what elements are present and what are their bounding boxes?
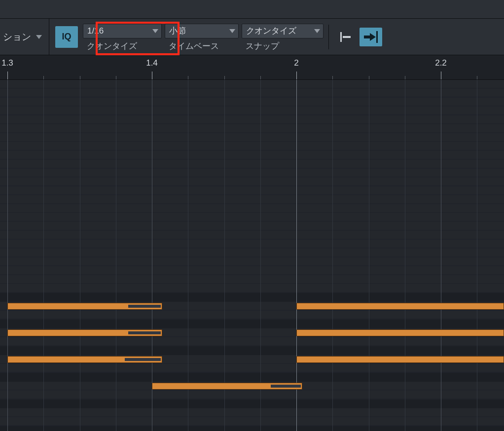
toolbar-separator bbox=[328, 25, 329, 49]
midi-note[interactable] bbox=[152, 383, 302, 390]
grid-dark-row bbox=[0, 293, 504, 302]
snap-group: クオンタイズ スナップ bbox=[242, 23, 324, 51]
snap-end-icon bbox=[364, 31, 378, 43]
snap-start-button[interactable] bbox=[334, 28, 357, 46]
grid-barline bbox=[7, 80, 8, 431]
grid-dark-row bbox=[0, 426, 504, 431]
chevron-down-icon bbox=[152, 29, 158, 33]
window-top-strip bbox=[0, 0, 504, 19]
quantize-dropdown[interactable]: 1/16 bbox=[83, 24, 162, 38]
ruler-label: 2.2 bbox=[435, 58, 447, 68]
timebase-dropdown[interactable]: 小節 bbox=[165, 24, 239, 38]
ruler-tick-major bbox=[152, 72, 152, 79]
grid-barline bbox=[441, 80, 441, 431]
grid-subline bbox=[369, 80, 369, 431]
ruler-tick-minor bbox=[224, 76, 225, 79]
chevron-down-icon bbox=[229, 29, 235, 33]
grid-subline bbox=[116, 80, 116, 431]
midi-note[interactable] bbox=[296, 329, 504, 336]
midi-note[interactable] bbox=[296, 303, 504, 310]
grid-barline bbox=[152, 80, 152, 431]
chevron-down-icon bbox=[36, 35, 42, 39]
grid-dark-row bbox=[0, 373, 504, 382]
ruler-tick-minor bbox=[188, 76, 188, 79]
grid-subline bbox=[332, 80, 333, 431]
timebase-group: 小節 タイムベース bbox=[165, 23, 239, 51]
grid-subline bbox=[188, 80, 188, 431]
ruler-tick-minor bbox=[405, 76, 405, 79]
quantize-value: 1/16 bbox=[87, 26, 104, 36]
ruler-tick-minor bbox=[477, 76, 477, 79]
ruler-label: 2 bbox=[294, 58, 298, 68]
grid-subline bbox=[224, 80, 225, 431]
chevron-down-icon bbox=[314, 29, 320, 33]
iq-label: IQ bbox=[62, 32, 71, 42]
snap-label: スナップ bbox=[242, 40, 324, 51]
midi-note[interactable] bbox=[7, 356, 162, 363]
ruler-tick-minor bbox=[80, 76, 80, 79]
grid-barline bbox=[296, 80, 297, 431]
ruler-tick-minor bbox=[369, 76, 369, 79]
ruler-tick-major bbox=[296, 72, 297, 79]
ruler-tick-minor bbox=[332, 76, 333, 79]
ruler-tick-minor bbox=[43, 76, 44, 79]
section-dropdown[interactable]: ション bbox=[0, 19, 49, 55]
quantize-group: 1/16 クオンタイズ bbox=[83, 23, 162, 51]
grid-dark-row bbox=[0, 320, 504, 328]
ruler-tick-minor bbox=[116, 76, 116, 79]
midi-note[interactable] bbox=[7, 329, 162, 336]
ruler-tick-minor bbox=[260, 76, 261, 79]
midi-note[interactable] bbox=[296, 356, 504, 363]
quantize-label: クオンタイズ bbox=[83, 40, 162, 51]
iq-button[interactable]: IQ bbox=[55, 26, 78, 48]
grid-dark-row bbox=[0, 346, 504, 355]
ruler-label: 1.4 bbox=[146, 58, 158, 68]
toolbar: ション IQ 1/16 クオンタイズ 小節 タイムベース クオンタイズ スナップ bbox=[0, 19, 504, 55]
snap-end-button[interactable] bbox=[360, 28, 382, 46]
ruler-label: 1.3 bbox=[1, 58, 13, 68]
snap-start-icon bbox=[340, 32, 351, 42]
timebase-label: タイムベース bbox=[165, 40, 239, 51]
piano-roll-grid[interactable] bbox=[0, 80, 504, 431]
timebase-value: 小節 bbox=[169, 25, 186, 36]
grid-subline bbox=[260, 80, 261, 431]
grid-subline bbox=[477, 80, 477, 431]
section-dropdown-label: ション bbox=[3, 31, 31, 43]
ruler-tick-major bbox=[7, 72, 8, 79]
ruler-tick-major bbox=[441, 72, 441, 79]
grid-subline bbox=[405, 80, 405, 431]
grid-dark-row bbox=[0, 399, 504, 408]
midi-note[interactable] bbox=[7, 303, 162, 310]
snap-dropdown[interactable]: クオンタイズ bbox=[242, 24, 324, 38]
timeline-ruler[interactable]: 1.31.422.2 bbox=[0, 55, 504, 80]
snap-value: クオンタイズ bbox=[246, 25, 296, 36]
grid-subline bbox=[80, 80, 80, 431]
grid-subline bbox=[43, 80, 44, 431]
